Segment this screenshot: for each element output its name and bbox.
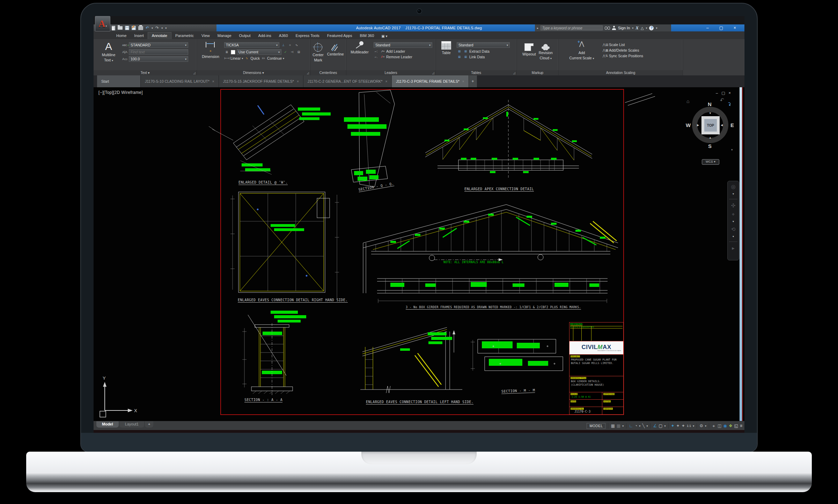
text-align-icon[interactable]: A|A — [122, 50, 127, 54]
centerline-button[interactable]: Centerline — [327, 41, 344, 62]
sign-in-button[interactable]: Sign In — [618, 26, 630, 30]
center-mark-button[interactable]: CenterMark — [313, 41, 324, 62]
exchange-apps-icon[interactable]: X — [635, 25, 639, 31]
fullscreen-icon[interactable]: ◱ — [734, 424, 738, 428]
application-menu-button[interactable]: A▾ — [95, 16, 110, 31]
viewport-scrollbar[interactable] — [740, 87, 742, 421]
panel-label-dimensions[interactable]: Dimensions ▾ — [197, 70, 310, 75]
viewcube-rotate-arrow-icon[interactable]: ↷ — [725, 101, 733, 108]
viewcube-arrow-right-icon[interactable]: ◀ — [721, 124, 723, 127]
isodraft-caret-icon[interactable]: ▾ — [646, 424, 648, 428]
osnap-caret-icon[interactable]: ▾ — [664, 424, 666, 428]
drawing-viewport[interactable]: Y X ENLARGED DETAIL @ 'W'. SECTION - Q -… — [94, 87, 744, 421]
search-icon[interactable] — [605, 27, 610, 30]
table-style-select[interactable]: Standard▾ — [457, 42, 510, 48]
download-icon[interactable]: ⊞ — [457, 50, 462, 53]
dim-adjust-icon[interactable]: ⌗ — [287, 43, 293, 47]
undo-icon[interactable]: ↶ — [146, 24, 149, 31]
scale-list-button[interactable]: Scale List — [609, 43, 625, 47]
panel-label-annotation-scaling[interactable]: Annotation Scaling — [559, 70, 683, 75]
dim-break-icon[interactable]: ⊥ — [281, 43, 286, 47]
customization-icon[interactable]: ≡ — [740, 424, 742, 428]
dimension-button[interactable]: ✳ Dimension — [200, 39, 221, 60]
file-tab-start[interactable]: Start — [97, 75, 141, 87]
help-icon[interactable]: ? — [649, 26, 654, 30]
viewcube-arrow-up-icon[interactable]: ▼ — [709, 112, 712, 115]
viewcube-arrow-down-icon[interactable]: ▲ — [709, 136, 712, 139]
orbit-icon[interactable]: ⟲ — [731, 227, 736, 232]
leaders-panel-launcher-icon[interactable]: ◿ — [432, 72, 434, 75]
snap-mode-icon[interactable]: ▦ — [611, 424, 615, 428]
tab-insert[interactable]: Insert — [130, 32, 148, 39]
upload-icon[interactable]: ⊞ — [457, 55, 462, 59]
link-data-button[interactable]: Link Data — [469, 55, 485, 59]
panel-label-leaders[interactable]: Leaders — [346, 70, 435, 75]
tab-view[interactable]: View — [198, 32, 214, 39]
isodraft-icon[interactable]: ╲ — [642, 424, 645, 428]
model-paper-toggle[interactable]: MODEL — [587, 423, 605, 429]
wcs-selector[interactable]: WCS ▾ — [702, 159, 719, 165]
viewcube-home-icon[interactable]: ⌂ — [686, 98, 689, 104]
dim-update-icon[interactable]: ✓ — [283, 50, 288, 54]
file-tab-1[interactable]: J1170-S-10 CLADDING RAIL LAYOUT*× — [141, 75, 219, 87]
panel-label-text[interactable]: Text ▾ — [94, 70, 197, 75]
sign-in-caret-icon[interactable]: ▾ — [632, 27, 633, 30]
viewcube-east[interactable]: E — [730, 122, 734, 128]
find-text-input[interactable] — [129, 49, 188, 55]
tab-home[interactable]: Home — [112, 32, 130, 39]
tables-panel-launcher-icon[interactable]: ◿ — [513, 72, 515, 75]
dim-style-select[interactable]: TICK5A▾ — [224, 42, 279, 48]
file-tab-2[interactable]: J1170-S-15 JACKROOF FRAME DETAILS*× — [219, 75, 303, 87]
viewcube-rotate-ccw-icon[interactable]: ↶ — [719, 96, 725, 104]
scale-caret-icon[interactable]: ▾ — [693, 424, 694, 428]
clean-screen-icon[interactable]: ❖ — [729, 424, 733, 428]
ribbon-display-toggle-icon[interactable]: ▣ ▾ — [378, 33, 391, 39]
hardware-acceleration-icon[interactable]: ◉ — [723, 424, 727, 428]
close-tab-icon[interactable]: × — [462, 80, 464, 83]
add-leader-button[interactable]: Add Leader — [386, 49, 405, 53]
navigation-wheel-icon[interactable]: ◎ — [731, 184, 735, 189]
undo-caret-icon[interactable]: ▾ — [152, 27, 153, 30]
viewcube-arrow-left-icon[interactable]: ▶ — [697, 124, 699, 127]
zoom-caret-icon[interactable]: ▾ — [733, 220, 734, 223]
close-button[interactable]: × — [734, 25, 736, 30]
dimensions-panel-launcher-icon[interactable]: ◿ — [307, 72, 309, 75]
redo-caret-icon[interactable]: ▾ — [161, 27, 163, 30]
annotation-scale-value[interactable]: 1:1 — [687, 424, 691, 428]
remove-leader-button[interactable]: Remove Leader — [386, 55, 412, 59]
annotation-visibility-icon[interactable]: ✦ — [671, 424, 675, 428]
viewcube-north[interactable]: N — [708, 101, 712, 107]
qat-menu-icon[interactable]: ▾ — [165, 27, 167, 30]
a360-icon[interactable]: △ — [641, 26, 644, 30]
model-space-tab[interactable]: Model — [96, 421, 119, 428]
tab-express-tools[interactable]: Express Tools — [292, 32, 323, 39]
dim-edit-icon[interactable]: ⊟ — [296, 50, 301, 54]
plot-icon[interactable] — [138, 26, 143, 30]
close-tab-icon[interactable]: × — [297, 80, 299, 83]
mleader-style-select[interactable]: Standard▾ — [374, 42, 432, 48]
add-current-scale-button[interactable]: Add Current Scale ▾ — [567, 39, 596, 61]
dim-jog-icon[interactable]: ∿ — [294, 43, 299, 47]
table-button[interactable]: Table — [439, 39, 454, 59]
annotation-autoscale-icon[interactable]: ✦ — [676, 424, 680, 428]
add-delete-scales-button[interactable]: Add/Delete Scales — [609, 48, 639, 52]
viewcube[interactable]: ⌂ ↶ ↷ N W E S TOP ▼ ▲ ▶ ◀ ▾ WCS ▾ — [686, 97, 742, 167]
save-as-icon[interactable] — [132, 26, 136, 30]
annotation-scale-icon[interactable]: ✦ — [682, 424, 685, 428]
tab-manage[interactable]: Manage — [214, 32, 235, 39]
leader-align-icon[interactable]: ⌐. — [374, 55, 379, 59]
wipeout-button[interactable]: Wipeout — [522, 41, 536, 61]
tab-annotate[interactable]: Annotate — [148, 32, 171, 39]
nav-wheel-caret-icon[interactable]: ▾ — [733, 193, 734, 195]
tab-parametric[interactable]: Parametric — [171, 32, 198, 39]
pan-icon[interactable]: ✣ — [731, 203, 736, 208]
redo-icon[interactable]: ↷ — [155, 24, 159, 31]
viewcube-west[interactable]: W — [686, 122, 691, 128]
object-snap-tracking-icon[interactable]: ∠ — [653, 424, 657, 428]
grid-display-icon[interactable]: ▦ — [617, 424, 620, 428]
panel-label-markup[interactable]: Markup — [517, 70, 558, 75]
showmotion-icon[interactable]: ▸ — [732, 245, 735, 251]
viewport-close-icon[interactable]: × — [729, 91, 731, 95]
continue-button[interactable]: Continue — [267, 56, 282, 60]
layout1-tab[interactable]: Layout1 — [119, 421, 144, 428]
